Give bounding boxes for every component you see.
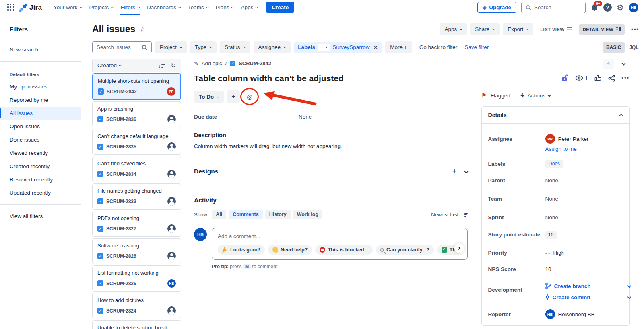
upgrade-button[interactable]: ◈ Upgrade	[477, 2, 516, 13]
sidebar-filter-item[interactable]: All issues	[0, 107, 80, 120]
description-text[interactable]: Column width markers will drag, but new …	[194, 143, 472, 149]
nav-menu-item[interactable]: Filters	[117, 0, 143, 15]
sort-field-dropdown[interactable]: Created	[97, 62, 117, 68]
nav-menu-item[interactable]: Dashboards	[143, 0, 184, 15]
jira-logo[interactable]: Jira	[19, 4, 42, 12]
sidebar-filter-item[interactable]: Updated recently	[0, 186, 80, 199]
issue-card[interactable]: Can’t find saved files ✓ SCRUM-2834	[92, 156, 181, 182]
sidebar-filter-item[interactable]: Reported by me	[0, 93, 80, 107]
jql-mode-toggle[interactable]: JQL	[625, 42, 642, 53]
actions-dropdown[interactable]: Actions	[520, 93, 550, 99]
go-back-to-filter-link[interactable]: Go back to filter	[419, 44, 458, 50]
parent-value[interactable]: None	[545, 177, 558, 183]
share-icon[interactable]	[608, 75, 615, 82]
user-avatar[interactable]: HB	[629, 3, 638, 12]
settings-button[interactable]: ⚙	[617, 3, 624, 12]
issue-title[interactable]: Table column width can’t be adjusted	[194, 74, 472, 83]
nav-menu-item[interactable]: Projects	[86, 0, 117, 15]
export-dropdown[interactable]: Export	[503, 23, 533, 35]
app-switcher-icon[interactable]	[7, 4, 14, 11]
filter-dropdown[interactable]: Type	[190, 41, 217, 53]
sort-newest-first[interactable]: Newest first ↓	[431, 212, 467, 218]
favorite-star-icon[interactable]: ☆	[139, 25, 146, 34]
sidebar-filter-item[interactable]: Created recently	[0, 160, 80, 173]
issue-key-link[interactable]: SCRUM-2842	[239, 60, 271, 66]
nav-menu-item[interactable]: Your work	[50, 0, 86, 15]
basic-mode-toggle[interactable]: BASIC	[603, 42, 625, 53]
search-issues-input[interactable]: Search issues	[92, 41, 152, 53]
sidebar-filter-item[interactable]: My open issues	[0, 80, 80, 93]
quick-reply-chip[interactable]: This is blocked...	[315, 245, 373, 255]
apps-dropdown[interactable]: Apps	[440, 23, 467, 35]
previous-issue-button[interactable]	[603, 59, 614, 69]
issue-card[interactable]: How to add pictures ✓ SCRUM-2824	[92, 293, 181, 319]
next-issue-button[interactable]	[618, 59, 630, 69]
issue-card[interactable]: PDFs not opening ✓ SCRUM-2827	[92, 211, 181, 237]
refresh-icon[interactable]: ↻	[171, 63, 176, 68]
remove-filter-icon[interactable]: ✕	[374, 44, 378, 51]
activity-tab[interactable]: All	[212, 210, 226, 219]
chevron-down-icon[interactable]	[627, 284, 631, 288]
sprint-value[interactable]: None	[545, 214, 558, 220]
panel-more-button[interactable]: •••	[621, 74, 630, 82]
filter-dropdown[interactable]: Assignee	[254, 41, 291, 53]
activity-tab[interactable]: Work log	[293, 210, 322, 219]
add-design-button[interactable]: +	[452, 167, 457, 176]
quick-reply-chip[interactable]: Looks good!	[218, 245, 265, 255]
sidebar-filter-item[interactable]: Open issues	[0, 120, 80, 133]
sidebar-filter-item[interactable]: Done issues	[0, 133, 80, 146]
help-button[interactable]: ?	[603, 3, 612, 12]
more-filters-button[interactable]: More +	[385, 41, 412, 53]
label-tag[interactable]: Docs	[545, 160, 563, 168]
quick-reply-chip[interactable]: Can you clarify...?	[376, 245, 434, 255]
issue-card[interactable]: File names getting changed ✓ SCRUM-2833	[92, 183, 181, 210]
detail-view-toggle[interactable]: DETAIL VIEW	[579, 24, 624, 35]
issue-card[interactable]: Can’t change default language ✓ SCRUM-28…	[92, 129, 181, 155]
nav-menu-item[interactable]: Apps	[237, 0, 261, 15]
add-button[interactable]: +	[227, 90, 240, 103]
story-point-value[interactable]: 10	[545, 231, 557, 239]
flagged-label[interactable]: Flagged	[491, 93, 510, 99]
unlock-icon[interactable]	[561, 74, 569, 82]
filter-dropdown[interactable]: Project	[155, 41, 187, 53]
assign-to-me-link[interactable]: Assign to me	[545, 146, 623, 152]
chevron-down-icon[interactable]	[464, 169, 468, 173]
activity-tab[interactable]: History	[265, 210, 291, 219]
chevron-down-icon[interactable]	[627, 295, 631, 299]
filter-dropdown[interactable]: Status	[220, 41, 250, 53]
sort-order-icon[interactable]: ↓	[158, 63, 165, 68]
operator-dropdown[interactable]: =	[318, 44, 330, 51]
issue-card[interactable]: Software crashing ✓ SCRUM-2826	[92, 238, 181, 264]
nps-value[interactable]: 10	[545, 266, 551, 272]
scroll-replies-button[interactable]	[454, 243, 464, 253]
issue-card[interactable]: List formatting not working ✓ SCRUM-2825…	[92, 265, 181, 292]
share-dropdown[interactable]: Share	[470, 23, 500, 35]
labels-filter-chip[interactable]: Labels = SurveySparrow ✕	[294, 42, 382, 53]
more-actions-button[interactable]: •••	[628, 24, 642, 35]
quick-reply-chip[interactable]: Need help?	[268, 245, 312, 255]
status-dropdown[interactable]: To Do	[194, 91, 224, 103]
issue-card[interactable]: Multiple short-cuts not opening ✓ SCRUM-…	[92, 73, 181, 100]
sidebar-filter-item[interactable]: Viewed recently	[0, 146, 80, 160]
issue-card[interactable]: Unable to delete section break ✓ SCRUM-2…	[92, 320, 181, 329]
list-view-toggle[interactable]: LIST VIEW	[537, 24, 576, 35]
global-search-input[interactable]: Search	[521, 2, 586, 13]
sidebar-filter-item[interactable]: Resolved recently	[0, 173, 80, 186]
priority-value[interactable]: ︿High	[545, 249, 565, 256]
reporter-value[interactable]: HB Heisenberg BB	[545, 309, 595, 319]
nav-menu-item[interactable]: Plans	[212, 0, 237, 15]
watchers[interactable]: 1	[575, 75, 588, 81]
add-epic-link[interactable]: Add epic	[202, 60, 222, 66]
sidebar-item-view-all-filters[interactable]: View all filters	[0, 210, 80, 223]
create-commit-link[interactable]: Create commit	[545, 294, 631, 300]
sidebar-item-new-search[interactable]: New search	[0, 43, 80, 56]
comment-input[interactable]: Add a comment... Looks good!Need help?Th…	[212, 228, 468, 260]
due-date-value[interactable]: None	[299, 114, 312, 120]
apps-target-button[interactable]: ◎	[243, 90, 256, 103]
create-branch-link[interactable]: Create branch	[545, 283, 631, 289]
save-filter-link[interactable]: Save filter	[464, 44, 489, 50]
nav-menu-item[interactable]: Teams	[184, 0, 212, 15]
team-value[interactable]: None	[545, 196, 558, 202]
create-button[interactable]: Create	[266, 2, 294, 13]
details-card-header[interactable]: Details	[482, 107, 629, 124]
